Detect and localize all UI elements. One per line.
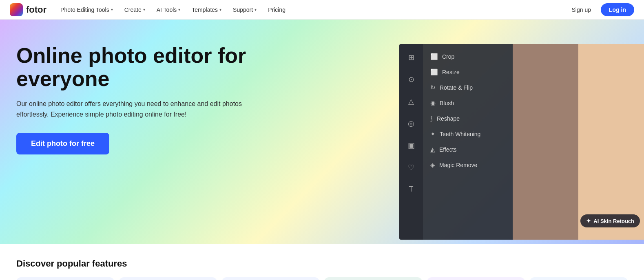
nav-item-templates[interactable]: Templates ▾ <box>188 4 226 15</box>
navbar: fotor Photo Editing Tools ▾ Create ▾ AI … <box>0 0 644 20</box>
ai-badge-label: AI Skin Retouch <box>593 218 634 224</box>
panel-item-teeth-whitening[interactable]: ✦ Teeth Whitening <box>423 126 513 142</box>
feature-card-create-design[interactable]: ✂ Create a design <box>16 277 114 280</box>
nav-label: Support <box>233 7 253 13</box>
nav-items: Photo Editing Tools ▾ Create ▾ AI Tools … <box>56 4 567 15</box>
panel-item-rotate[interactable]: ↻ Rotate & Flip <box>423 80 513 95</box>
panel-item-effects[interactable]: ◭ Effects <box>423 142 513 157</box>
feature-cards: ✂ Create a design ⊞ Make a collage ✦ Enh… <box>16 277 628 280</box>
resize-icon: ⬜ <box>430 68 438 76</box>
photo-after <box>578 44 644 240</box>
nav-item-ai-tools[interactable]: AI Tools ▾ <box>153 4 185 15</box>
ai-icon: ✦ <box>586 218 591 224</box>
panel-item-label: Teeth Whitening <box>440 131 480 137</box>
editor-ui-mockup: ⊞ ⊙ △ ◎ ▣ ♡ T ⬜ Crop ⬜ Resize ↻ Rotate &… <box>399 44 644 240</box>
logo-icon <box>10 3 23 16</box>
hero-content: Online photo editor for everyone Our onl… <box>16 44 302 154</box>
photo-split-view <box>513 44 644 240</box>
nav-label: Pricing <box>268 7 285 13</box>
ai-skin-retouch-badge: ✦ AI Skin Retouch <box>580 214 640 227</box>
logo[interactable]: fotor <box>10 3 46 16</box>
panel-item-label: Reshape <box>437 115 460 122</box>
feature-card-enhance-photo[interactable]: ✦ Enhance photo <box>222 277 320 280</box>
panel-item-label: Rotate & Flip <box>440 84 473 91</box>
chevron-down-icon: ▾ <box>178 7 180 12</box>
effects-icon: ◭ <box>430 146 435 153</box>
feature-card-make-collage[interactable]: ⊞ Make a collage <box>119 277 217 280</box>
panel-item-label: Crop <box>442 53 454 60</box>
panel-item-label: Effects <box>439 146 457 153</box>
login-button[interactable]: Log in <box>601 3 634 16</box>
nav-label: Photo Editing Tools <box>60 7 109 13</box>
panel-item-crop[interactable]: ⬜ Crop <box>423 49 513 64</box>
feature-card-remove-background[interactable]: ▣ Remove background <box>324 277 422 280</box>
discover-title: Discover popular features <box>16 258 628 269</box>
editor-panel: ⬜ Crop ⬜ Resize ↻ Rotate & Flip ◉ Blush … <box>423 44 513 240</box>
adjust-icon[interactable]: ⊙ <box>406 73 417 86</box>
chevron-down-icon: ▾ <box>143 7 145 12</box>
panel-item-label: Resize <box>442 69 460 75</box>
panel-item-blush[interactable]: ◉ Blush <box>423 95 513 111</box>
nav-item-pricing[interactable]: Pricing <box>264 4 290 15</box>
panel-item-resize[interactable]: ⬜ Resize <box>423 64 513 80</box>
nav-item-create[interactable]: Create ▾ <box>120 4 149 15</box>
panel-item-label: Magic Remove <box>439 162 477 168</box>
grid-icon[interactable]: ⊞ <box>406 51 417 64</box>
editor-photo: ✦ AI Skin Retouch <box>513 44 644 240</box>
rotate-icon: ↻ <box>430 84 436 91</box>
photo-before <box>513 44 578 240</box>
chevron-down-icon: ▾ <box>219 7 221 12</box>
magic-remove-icon: ◈ <box>430 161 435 169</box>
logo-text: fotor <box>26 4 46 15</box>
nav-item-support[interactable]: Support ▾ <box>229 4 261 15</box>
feature-card-photo-to-art[interactable]: ◈ Photo to art <box>427 277 525 280</box>
hero-description: Our online photo editor offers everythin… <box>16 99 253 119</box>
discover-section: Discover popular features ✂ Create a des… <box>0 244 644 280</box>
frame-icon[interactable]: ▣ <box>405 139 417 152</box>
chevron-down-icon: ▾ <box>255 7 257 12</box>
reshape-icon: ⟆ <box>430 115 433 122</box>
panel-item-magic-remove[interactable]: ◈ Magic Remove <box>423 157 513 173</box>
nav-label: AI Tools <box>157 7 177 13</box>
signup-button[interactable]: Sign up <box>567 4 596 15</box>
editor-sidebar: ⊞ ⊙ △ ◎ ▣ ♡ T <box>399 44 423 240</box>
teeth-whitening-icon: ✦ <box>430 130 436 138</box>
eye-icon[interactable]: ◎ <box>405 117 417 130</box>
blush-icon: ◉ <box>430 99 436 107</box>
text-icon[interactable]: T <box>407 183 416 196</box>
panel-item-reshape[interactable]: ⟆ Reshape <box>423 111 513 126</box>
nav-actions: Sign up Log in <box>567 3 634 16</box>
crop-icon: ⬜ <box>430 53 438 60</box>
nav-item-photo-editing[interactable]: Photo Editing Tools ▾ <box>56 4 117 15</box>
beauty-icon[interactable]: △ <box>406 95 416 108</box>
chevron-down-icon: ▾ <box>111 7 113 12</box>
nav-label: Templates <box>192 7 218 13</box>
panel-item-label: Blush <box>440 100 454 106</box>
feature-card-ai-image-generator[interactable]: ⊕ AI image generator <box>530 277 628 280</box>
hero-title: Online photo editor for everyone <box>16 44 302 90</box>
people-icon[interactable]: ♡ <box>405 161 417 174</box>
nav-label: Create <box>124 7 142 13</box>
hero-section: Online photo editor for everyone Our onl… <box>0 20 644 244</box>
edit-photo-button[interactable]: Edit photo for free <box>16 133 109 154</box>
